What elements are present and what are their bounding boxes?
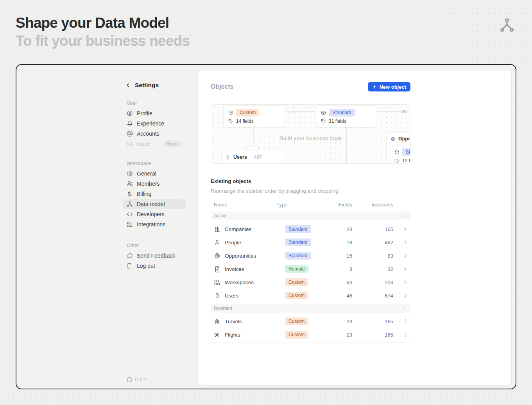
app-version: 0.1.2 [127,376,146,382]
table-row-users[interactable]: Users Custom 46 674 [211,289,410,302]
sidebar-item-label: Inbox [137,141,150,147]
type-badge: Custom [285,292,308,299]
object-name: People [225,240,241,246]
fields-value: 15 [338,253,352,259]
column-name: Name [211,202,276,208]
fields-value: 16 [338,240,352,246]
data-model-banner: Custom 14 fields Standard 31 fields [211,104,410,164]
settings-back[interactable]: Settings [123,82,186,89]
type-badge: Standard [285,252,311,260]
table-row-travels[interactable]: Travels Custom 23 165 [211,315,410,328]
existing-objects-title: Existing objects [211,178,410,184]
sidebar-item-label: Data model [137,201,165,207]
section-label-user: User [127,100,186,106]
cube-icon [321,110,326,115]
table-row-invoices[interactable]: Invoices Remote 3 32 [211,262,410,276]
banner-card-standard[interactable]: Standard 31 fields [316,105,377,127]
page-subtitle: To fit your business needs [16,33,190,49]
cube-icon [228,110,233,115]
custom-badge: Custom [236,109,259,116]
building-icon [214,226,220,233]
luggage-icon [214,318,220,325]
close-icon[interactable] [401,108,407,115]
table-row-opportunities[interactable]: Opportunities Standard 15 83 [211,249,410,262]
dollar-icon [127,191,133,197]
sidebar-item-label: Developers [137,211,165,217]
fields-value: 46 [338,293,352,299]
sidebar-item-general[interactable]: General [123,168,186,179]
fields-count: 14 fields [236,118,254,124]
instances-value: 462 [352,240,393,246]
github-icon [127,377,132,382]
sidebar-item-developers[interactable]: Developers [123,209,186,219]
group-bar-disabled[interactable]: Disabled [211,304,410,313]
mouse-icon [226,155,231,160]
kebab-menu-icon[interactable] [402,318,408,324]
separator: · [250,154,251,160]
chevron-right-icon[interactable] [402,226,408,232]
table-row-companies[interactable]: Companies Standard 23 165 [211,222,410,236]
table-row-flights[interactable]: Flights Custom 23 165 [211,328,410,341]
standard-badge: Standard [402,148,410,156]
table-header: Name Type Fields Instances [211,199,410,210]
object-name: Users [233,154,247,160]
kebab-menu-icon[interactable] [402,332,408,338]
sidebar-item-send-feedback[interactable]: Send Feedback [123,251,186,261]
group-label: Active [214,213,227,219]
group-label: Disabled [214,306,232,311]
sidebar-item-experience[interactable]: Experience [123,118,186,129]
object-name: Companies [225,226,251,232]
table-row-people[interactable]: People Standard 16 462 [211,236,410,249]
objects-table: Name Type Fields Instances Active Compan… [211,199,410,342]
banner-card-users[interactable]: Users · 497 [221,151,285,164]
sidebar-item-inbox: Inbox Soon [123,139,186,149]
sidebar-item-integrations[interactable]: Integrations [123,219,186,229]
target-icon [214,253,220,259]
chevron-right-icon[interactable] [402,279,408,285]
sidebar-item-accounts[interactable]: Accounts [123,129,186,139]
table-row-workspaces[interactable]: Workspaces Custom 64 203 [211,276,410,289]
version-number: 0.1.2 [135,376,146,382]
new-object-button[interactable]: New object [368,82,410,91]
speech-bubble-icon [127,253,133,259]
plane-icon [214,332,220,338]
sidebar-item-members[interactable]: Members [123,179,186,189]
sidebar-item-log-out[interactable]: Log out [123,261,186,271]
banner-caption: Build your business logic [211,135,410,141]
cube-icon [394,150,399,155]
section-label-workspace: Workspace [127,161,186,166]
fields-count: 31 fields [329,118,346,124]
sidebar-item-label: General [137,170,156,177]
fields-value: 23 [338,319,352,324]
chevron-right-icon[interactable] [402,239,408,246]
sidebar-item-billing[interactable]: Billing [123,189,186,199]
instances-value: 165 [352,226,393,232]
chevron-up-icon[interactable] [402,213,407,219]
sidebar-item-label: Members [137,181,159,187]
person-icon [214,239,220,246]
banner-card-custom[interactable]: Custom 14 fields [223,105,285,127]
mouse-icon [214,292,220,299]
dot-pattern-right [517,64,532,390]
sidebar-item-data-model[interactable]: Data model [123,199,186,209]
instances-value: 32 [352,266,393,272]
fields-value: 64 [338,280,352,285]
chevron-right-icon[interactable] [402,292,408,299]
log-out-icon [127,263,133,269]
group-bar-active[interactable]: Active [211,211,410,220]
chevron-up-icon[interactable] [402,306,407,311]
grid-plus-icon [127,221,133,228]
sidebar-item-label: Send Feedback [137,253,175,259]
chevron-right-icon[interactable] [402,253,408,259]
instances-value: 165 [352,319,393,324]
column-type: Type [276,202,338,208]
instances-value: 674 [352,293,393,299]
sidebar-item-profile[interactable]: Profile [123,108,186,118]
sidebar-item-label: Profile [137,110,152,116]
new-object-label: New object [379,84,406,90]
chevron-right-icon[interactable] [402,266,408,272]
code-icon [127,211,133,217]
section-label-other: Other [127,243,186,248]
type-badge: Custom [285,317,308,325]
bell-icon [127,120,133,127]
